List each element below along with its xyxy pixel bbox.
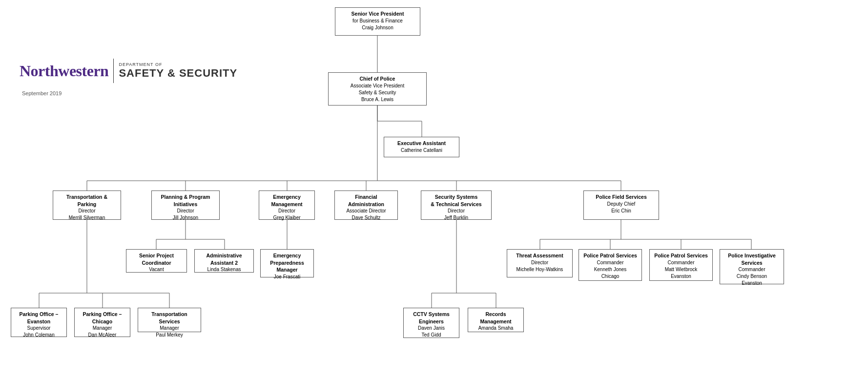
police-field-subtitle: Deputy Chief	[588, 201, 655, 208]
box-admin-asst: AdministrativeAssistant 2 Linda Stakenas	[194, 249, 254, 273]
svp-name: Craig Johnson	[339, 24, 416, 31]
logo-row: Northwestern DEPARTMENT OF SAFETY & SECU…	[20, 59, 237, 83]
box-senior-proj: Senior ProjectCoordinator Vacant	[126, 249, 187, 273]
emergency-subtitle: Director	[263, 208, 310, 214]
patrol-chi-title: Police Patrol Services	[583, 252, 638, 259]
box-records: RecordsManagement Amanda Smaha	[468, 308, 524, 332]
box-parking-evan: Parking Office –Evanston Supervisor John…	[11, 308, 67, 337]
logo-northwestern: Northwestern	[20, 62, 108, 80]
parking-chi-subtitle: Manager	[79, 325, 126, 332]
exec-asst-name: Catherine Catellani	[388, 147, 455, 154]
admin-asst-title: AdministrativeAssistant 2	[199, 252, 249, 266]
box-svp: Senior Vice President for Business & Fin…	[335, 7, 420, 36]
logo-dept: DEPARTMENT OF SAFETY & SECURITY	[119, 62, 237, 80]
box-security: Security Systems& Technical Services Dir…	[421, 190, 492, 220]
box-invest: Police InvestigativeServices Commander C…	[720, 249, 784, 284]
box-transp-svc: Transportation Services Manager Paul Mer…	[138, 308, 201, 332]
invest-loc: Evanston	[724, 280, 780, 287]
chief-name: Bruce A. Lewis	[332, 96, 422, 103]
financial-name: Dave Schultz	[339, 214, 393, 221]
patrol-chi-name: Kenneth Jones	[583, 266, 638, 273]
parking-evan-name: John Coleman	[15, 332, 62, 339]
chief-title: Chief of Police	[332, 75, 422, 83]
transp-name: Merrill Silverman	[57, 214, 117, 221]
records-name: Amanda Smaha	[472, 325, 519, 332]
emergency-name: Greg Klaiber	[263, 214, 310, 221]
parking-chi-title: Parking Office –Chicago	[79, 311, 126, 325]
logo-dept-top: DEPARTMENT OF	[119, 62, 237, 67]
transp-title: Transportation &Parking	[57, 193, 117, 208]
box-threat: Threat Assessment Director Michelle Hoy-…	[507, 249, 573, 277]
box-cctv: CCTV SystemsEngineers Daven JanisTed Gid…	[403, 308, 459, 338]
box-emergency: EmergencyManagement Director Greg Klaibe…	[259, 190, 315, 220]
planning-name: Jill Johnson	[156, 214, 215, 221]
box-chief: Chief of Police Associate Vice President…	[328, 72, 427, 106]
logo-area: Northwestern DEPARTMENT OF SAFETY & SECU…	[20, 59, 237, 96]
exec-asst-title: Executive Assistant	[388, 140, 455, 147]
page: Northwestern DEPARTMENT OF SAFETY & SECU…	[0, 0, 868, 381]
box-police-field: Police Field Services Deputy Chief Eric …	[583, 190, 659, 220]
parking-chi-name: Dan McAleer	[79, 332, 126, 339]
patrol-evan-loc: Evanston	[654, 273, 708, 280]
transp-subtitle: Director	[57, 208, 117, 214]
planning-title: Planning & ProgramInitiatives	[156, 193, 215, 208]
emerg-prep-title: EmergencyPreparednessManager	[265, 252, 310, 274]
box-emerg-prep: EmergencyPreparednessManager Joe Frascat…	[260, 249, 314, 277]
admin-asst-name: Linda Stakenas	[199, 266, 249, 273]
transp-svc-title: Transportation Services	[142, 311, 197, 325]
box-parking-chi: Parking Office –Chicago Manager Dan McAl…	[74, 308, 130, 337]
parking-evan-title: Parking Office –Evanston	[15, 311, 62, 325]
parking-evan-subtitle: Supervisor	[15, 325, 62, 332]
cctv-name: Daven JanisTed Gidd	[408, 325, 455, 339]
invest-title: Police InvestigativeServices	[724, 252, 780, 266]
emerg-prep-name: Joe Frascati	[265, 274, 310, 280]
box-patrol-evan: Police Patrol Services Commander Matt Wi…	[649, 249, 713, 281]
records-title: RecordsManagement	[472, 311, 519, 325]
patrol-chi-loc: Chicago	[583, 273, 638, 280]
logo-date: September 2019	[22, 90, 62, 96]
planning-subtitle: Director	[156, 208, 215, 214]
invest-subtitle: Commander	[724, 266, 780, 273]
senior-proj-name: Vacant	[130, 266, 183, 273]
financial-subtitle: Associate Director	[339, 208, 393, 214]
box-patrol-chi: Police Patrol Services Commander Kenneth…	[579, 249, 642, 281]
box-transp: Transportation &Parking Director Merrill…	[53, 190, 121, 220]
financial-title: FinancialAdministration	[339, 193, 393, 208]
security-subtitle: Director	[425, 208, 487, 214]
police-field-name: Eric Chin	[588, 208, 655, 214]
patrol-evan-name: Matt Wietbrock	[654, 266, 708, 273]
box-financial: FinancialAdministration Associate Direct…	[334, 190, 398, 220]
cctv-title: CCTV SystemsEngineers	[408, 311, 455, 325]
box-planning: Planning & ProgramInitiatives Director J…	[151, 190, 220, 220]
security-title: Security Systems& Technical Services	[425, 193, 487, 208]
chief-subtitle: Associate Vice PresidentSafety & Securit…	[332, 83, 422, 96]
logo-divider	[113, 59, 114, 83]
logo-dept-bottom: SAFETY & SECURITY	[119, 67, 237, 80]
svp-title: Senior Vice President	[339, 10, 416, 18]
svp-subtitle: for Business & Finance	[339, 18, 416, 24]
police-field-title: Police Field Services	[588, 193, 655, 201]
patrol-evan-title: Police Patrol Services	[654, 252, 708, 259]
invest-name: Cindy Benson	[724, 273, 780, 280]
emergency-title: EmergencyManagement	[263, 193, 310, 208]
transp-svc-name: Paul Merkey	[142, 332, 197, 339]
threat-subtitle: Director	[511, 259, 568, 266]
transp-svc-subtitle: Manager	[142, 325, 197, 332]
patrol-evan-subtitle: Commander	[654, 259, 708, 266]
senior-proj-title: Senior ProjectCoordinator	[130, 252, 183, 266]
box-exec-asst: Executive Assistant Catherine Catellani	[384, 137, 459, 157]
threat-name: Michelle Hoy-Watkins	[511, 266, 568, 273]
patrol-chi-subtitle: Commander	[583, 259, 638, 266]
security-name: Jeff Burklin	[425, 214, 487, 221]
threat-title: Threat Assessment	[511, 252, 568, 259]
